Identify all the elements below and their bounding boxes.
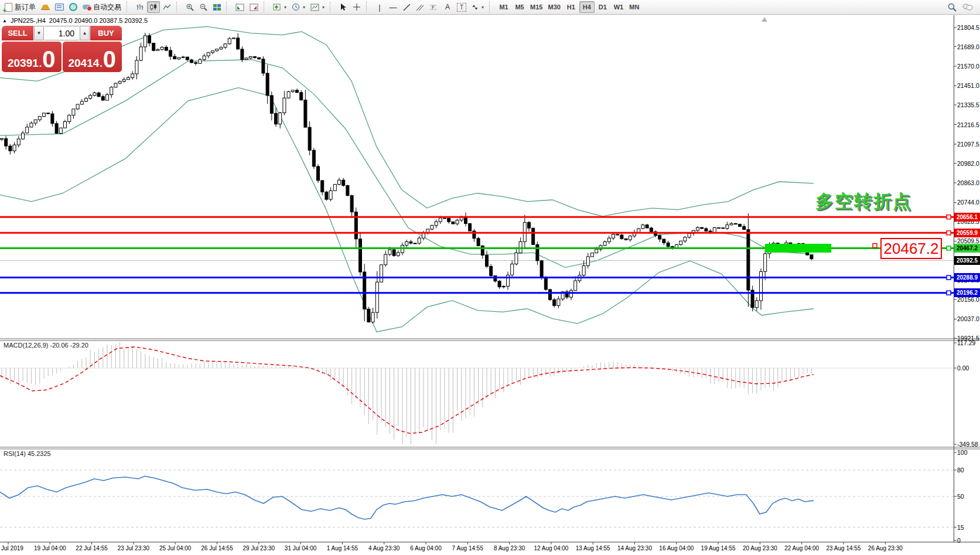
cursor-tool-button[interactable] <box>337 1 350 13</box>
buy-button[interactable]: BUY <box>90 26 122 40</box>
time-tick-label: 16 Aug 04:00 <box>659 545 694 551</box>
new-chart-dropdown[interactable]: ▾ <box>271 1 289 13</box>
line-anchor-handle[interactable] <box>947 231 951 235</box>
chart-canvas[interactable] <box>0 0 980 555</box>
macd-histogram <box>2 342 811 444</box>
text-label-tool[interactable]: T <box>455 1 469 13</box>
trendline-icon <box>403 4 411 11</box>
trendline-tool[interactable] <box>400 1 413 13</box>
callout-anchor-handle[interactable] <box>873 244 877 248</box>
sell-button[interactable]: SELL <box>2 26 33 40</box>
terminal-button[interactable] <box>53 1 66 13</box>
chevron-down-icon: ▾ <box>284 5 286 10</box>
toolbar-separator <box>264 2 268 12</box>
arrows-dropdown[interactable]: ▾ <box>469 1 486 13</box>
line-chart-button[interactable] <box>161 1 173 13</box>
price-badge: 20559.9 <box>954 229 980 237</box>
time-tick-label: 19 Aug 14:55 <box>701 545 736 551</box>
timeframe-button-m5[interactable]: M5 <box>512 1 527 13</box>
chart-shift-marker[interactable] <box>762 17 767 22</box>
line-anchor-handle[interactable] <box>947 291 951 295</box>
price-tick-label: 21216.5 <box>957 121 979 128</box>
signals-button[interactable] <box>67 1 80 13</box>
time-tick-label: 23 Aug 14:55 <box>827 545 861 551</box>
rsi-indicator-label: RSI(14) 45.2325 <box>2 450 52 457</box>
line-anchor-handle[interactable] <box>947 246 951 250</box>
bar-chart-button[interactable] <box>134 1 146 13</box>
vertical-line-icon: | <box>378 4 380 11</box>
price-tick-label: 20982.0 <box>957 160 979 167</box>
green-rectangle-object[interactable] <box>765 244 831 253</box>
time-tick-label: 29 Jul 23:30 <box>243 545 275 551</box>
timeframe-button-w1[interactable]: W1 <box>611 1 626 13</box>
timeframe-button-mn[interactable]: MN <box>627 1 642 13</box>
buy-price-display[interactable]: 20414.0 <box>63 42 122 72</box>
timeframe-button-h4[interactable]: H4 <box>579 1 595 13</box>
collapse-triangle-icon[interactable]: ▲ <box>2 18 7 23</box>
new-order-label: 新订单 <box>15 2 36 12</box>
fibonacci-tool[interactable]: F <box>427 1 441 13</box>
time-tick-label: 22 Aug 04:00 <box>784 545 819 551</box>
toolbar-separator <box>489 2 494 12</box>
toolbar-separator <box>330 2 334 12</box>
annotation-text[interactable]: 多空转折点 <box>815 189 912 214</box>
auto-arrange-button[interactable] <box>233 1 247 13</box>
search-icon[interactable] <box>948 3 957 12</box>
one-click-trading-panel: SELL ▼ 1.00 ▲ BUY 20391.0 20414.0 <box>2 26 122 72</box>
volume-input[interactable]: 1.00 <box>45 26 79 40</box>
timeframe-button-h1[interactable]: H1 <box>564 1 579 13</box>
candlestick-button[interactable] <box>147 1 160 13</box>
new-order-button[interactable]: + 新订单 <box>2 1 38 13</box>
autotrading-button[interactable]: 自动交易 <box>80 1 124 13</box>
time-tick-label: 23 Jul 23:30 <box>118 545 150 551</box>
toolbar-right <box>948 3 978 12</box>
crosshair-tool-button[interactable] <box>350 1 363 13</box>
timeframe-button-d1[interactable]: D1 <box>595 1 610 13</box>
market-watch-button[interactable] <box>39 1 52 13</box>
rsi-tick-label: 80 <box>957 467 964 474</box>
line-chart-icon <box>163 4 171 11</box>
horizontal-line-icon: — <box>390 4 397 11</box>
timeframe-button-m1[interactable]: M1 <box>496 1 511 13</box>
volume-down-button[interactable]: ▼ <box>34 26 44 40</box>
new-order-icon: + <box>5 3 12 12</box>
time-tick-label: 25 Jul 04:00 <box>159 545 192 551</box>
tile-windows-button[interactable] <box>210 1 223 13</box>
macd-indicator-label: MACD(12,26,9) -20.06 -29.20 <box>2 342 90 349</box>
time-tick-label: 26 Jul 14:55 <box>201 545 233 551</box>
macd-tick-label: -349.58 <box>957 441 978 448</box>
price-tick-label: 21451.0 <box>957 82 979 89</box>
timeframe-button-m30[interactable]: M30 <box>545 1 562 13</box>
line-anchor-handle[interactable] <box>947 215 951 219</box>
horizontal-line-tool[interactable]: — <box>387 1 399 13</box>
timeframe-toolbar: M1M5M15M30H1H4D1W1MN <box>496 1 642 13</box>
timeframe-button-m15[interactable]: M15 <box>528 1 545 13</box>
chevron-down-icon: ▾ <box>322 5 325 10</box>
chat-icon[interactable] <box>962 3 973 11</box>
fibonacci-icon: F <box>429 4 438 11</box>
time-tick-label: 8 Aug 23:30 <box>494 545 525 551</box>
chart-shift-button[interactable] <box>247 1 261 13</box>
candlestick-icon <box>149 4 158 11</box>
price-tick-label: 21689.0 <box>957 43 979 50</box>
channel-tool[interactable] <box>414 1 426 13</box>
price-callout-label[interactable]: 20467.2 <box>880 238 942 259</box>
line-anchor-handle[interactable] <box>947 275 951 280</box>
rsi-tick-label: 0 <box>957 537 961 544</box>
svg-text:F: F <box>432 5 435 10</box>
text-tool[interactable]: A <box>441 1 454 13</box>
bar-chart-icon <box>136 4 144 11</box>
template-dropdown[interactable]: ▾ <box>308 1 327 13</box>
sell-price-display[interactable]: 20391.0 <box>2 42 62 72</box>
period-dropdown[interactable]: ▾ <box>289 1 308 13</box>
zoom-out-button[interactable] <box>197 1 210 13</box>
rsi-tick-label: 100 <box>957 449 968 456</box>
price-badge: 20196.2 <box>954 288 980 297</box>
toolbar-separator <box>226 2 231 12</box>
zoom-in-button[interactable] <box>183 1 196 13</box>
template-icon <box>310 4 319 11</box>
vertical-line-tool[interactable]: | <box>373 1 386 13</box>
price-badge: 20656.1 <box>954 213 980 222</box>
volume-up-button[interactable]: ▲ <box>80 26 90 40</box>
arrange-right-icon <box>250 4 258 11</box>
